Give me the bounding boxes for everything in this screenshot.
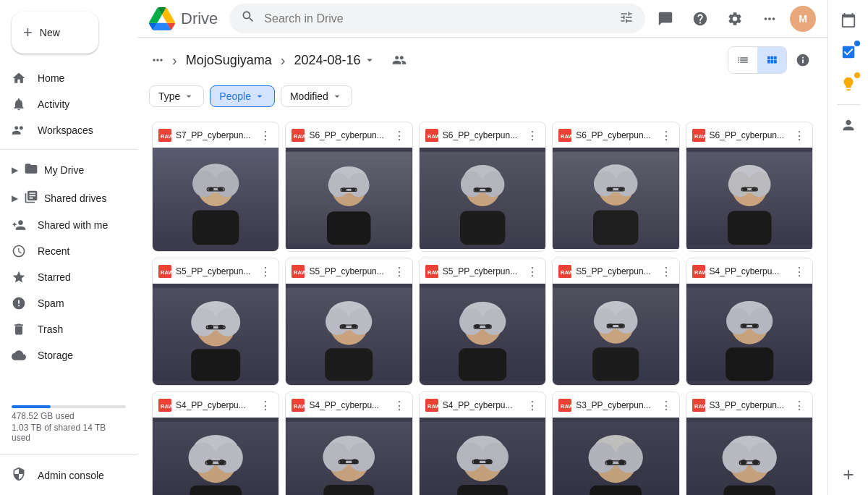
file-card-14[interactable]: RAW S3_PP_cyberpun... ⋮ [686,392,813,495]
file-name-13: S3_PP_cyberpun... [576,400,654,410]
file-icon-0: RAW [158,129,171,142]
file-thumb-14 [686,418,812,495]
search-icon [241,9,255,28]
settings-button[interactable] [720,4,749,33]
people-filter[interactable]: People [210,85,275,107]
file-icon-13: RAW [558,399,571,412]
file-card-7[interactable]: RAW S5_PP_cyberpun... ⋮ [419,258,546,386]
file-header-11: RAW S4_PP_cyberpu... ⋮ [286,392,412,418]
modified-filter-label: Modified [290,90,328,102]
breadcrumb-parent[interactable]: MojoSugiyama [180,50,278,71]
file-menu-4[interactable]: ⋮ [792,128,807,143]
sidebar-item-recent[interactable]: Recent [0,238,126,264]
breadcrumb-current[interactable]: 2024-08-16 [288,50,382,71]
file-card-1[interactable]: RAW S6_PP_cyberpun... ⋮ [285,122,412,252]
type-filter-chevron-icon [183,90,195,102]
help-button[interactable] [686,4,715,33]
drive-logo[interactable]: Drive [149,6,218,32]
file-card-9[interactable]: RAW S4_PP_cyberpu... ⋮ [686,258,813,386]
breadcrumb-more-button[interactable] [146,48,169,72]
file-thumb-6 [286,284,412,385]
right-panel-contacts-button[interactable] [834,111,863,140]
file-menu-7[interactable]: ⋮ [525,264,540,279]
file-card-10[interactable]: RAW S4_PP_cyberpu... ⋮ [152,392,279,495]
new-button[interactable]: + New [12,12,98,54]
grid-view-button[interactable] [757,47,786,73]
type-filter[interactable]: Type [149,85,204,107]
file-header-6: RAW S5_PP_cyberpun... ⋮ [286,258,412,284]
sidebar-item-my-drive[interactable]: ▶ My Drive [0,156,126,184]
file-card-6[interactable]: RAW S5_PP_cyberpun... ⋮ [285,258,412,386]
file-menu-5[interactable]: ⋮ [258,264,273,279]
app-title: Drive [181,9,218,28]
svg-point-129 [349,442,375,471]
file-card-5[interactable]: RAW S5_PP_cyberpun... ⋮ [152,258,279,386]
info-button[interactable] [790,47,816,73]
sidebar-item-storage[interactable]: Storage [0,342,126,368]
file-card-4[interactable]: RAW S6_PP_cyberpun... ⋮ [686,122,813,252]
file-card-12[interactable]: RAW S4_PP_cyberpu... ⋮ [419,392,546,495]
file-menu-0[interactable]: ⋮ [258,128,273,143]
search-bar[interactable] [229,4,645,33]
my-drive-chevron-icon: ▶ [12,165,18,175]
file-menu-9[interactable]: ⋮ [792,264,807,279]
file-card-2[interactable]: RAW S6_PP_cyberpun... ⋮ [419,122,546,252]
file-icon-3: RAW [558,129,571,142]
file-menu-3[interactable]: ⋮ [659,128,673,143]
file-icon-6: RAW [292,265,305,278]
workspaces-icon [12,123,26,138]
file-thumb-5 [153,284,278,385]
sidebar-item-activity[interactable]: Activity [0,91,126,117]
file-menu-12[interactable]: ⋮ [525,398,540,412]
right-panel-calendar-button[interactable] [834,6,863,35]
right-panel-tasks-button[interactable] [834,38,863,67]
file-card-8[interactable]: RAW S5_PP_cyberpun... ⋮ [552,258,679,386]
sidebar-item-spam[interactable]: Spam [0,290,126,316]
right-panel-add-button[interactable] [834,460,863,489]
drive-content: › MojoSugiyama › 2024-08-16 [137,38,827,495]
sidebar-item-home[interactable]: Home [0,65,126,91]
file-menu-1[interactable]: ⋮ [392,128,407,143]
search-input[interactable] [264,12,610,25]
right-panel-keep-button[interactable] [834,69,863,98]
file-menu-2[interactable]: ⋮ [525,128,540,143]
list-view-button[interactable] [728,47,757,73]
file-menu-6[interactable]: ⋮ [392,264,407,279]
file-menu-13[interactable]: ⋮ [659,398,673,412]
file-menu-11[interactable]: ⋮ [392,398,407,412]
share-people-button[interactable] [388,48,411,72]
search-options-icon[interactable] [619,10,634,27]
svg-rect-97 [592,347,639,381]
svg-point-161 [722,442,750,473]
activity-icon [12,97,26,111]
file-card-11[interactable]: RAW S4_PP_cyberpu... ⋮ [285,392,412,495]
type-filter-label: Type [158,90,180,102]
sidebar-item-trash[interactable]: Trash [0,316,126,342]
file-menu-14[interactable]: ⋮ [792,398,807,412]
svg-point-62 [191,308,216,337]
sidebar-item-admin-console[interactable]: Admin console [0,461,126,489]
file-header-2: RAW S6_PP_cyberpun... ⋮ [420,122,545,148]
sidebar-item-shared-with-me[interactable]: Shared with me [0,212,126,238]
sidebar-item-shared-drives[interactable]: ▶ Shared drives [0,184,126,212]
feedback-button[interactable] [651,4,680,33]
file-card-3[interactable]: RAW S6_PP_cyberpun... ⋮ [552,122,679,252]
svg-point-106 [726,308,750,334]
svg-text:RAW: RAW [161,133,171,140]
file-thumb-7 [420,284,545,385]
svg-point-150 [589,442,617,473]
svg-rect-119 [190,486,242,495]
file-card-0[interactable]: RAW S7_PP_cyberpun... ⋮ [152,122,279,252]
modified-filter[interactable]: Modified [281,85,352,107]
svg-rect-130 [324,485,375,495]
file-menu-10[interactable]: ⋮ [258,398,273,412]
file-name-5: S5_PP_cyberpun... [176,266,254,276]
apps-button[interactable] [755,4,784,33]
svg-point-117 [189,442,217,473]
svg-point-118 [215,442,243,473]
file-card-13[interactable]: RAW S3_PP_cyberpun... ⋮ [552,392,679,495]
sidebar-item-starred[interactable]: Starred [0,264,126,290]
sidebar-item-workspaces[interactable]: Workspaces [0,117,126,143]
file-menu-8[interactable]: ⋮ [659,264,673,279]
account-avatar[interactable]: M [790,6,816,32]
